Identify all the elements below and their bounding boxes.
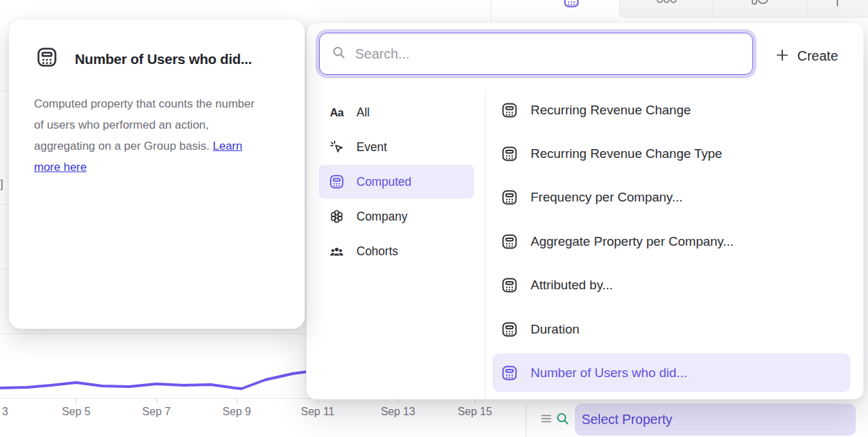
company-icon <box>329 208 345 225</box>
dots-icon <box>656 0 677 9</box>
event-icon <box>329 139 345 155</box>
category-label: Cohorts <box>356 244 398 259</box>
report-type-tabstrip <box>490 0 868 20</box>
result-row[interactable]: Duration <box>493 310 850 349</box>
background-row-divider <box>0 334 307 334</box>
axis-tick-label: Sep 11 <box>301 406 335 418</box>
tab-inactive[interactable] <box>620 0 713 17</box>
category-list: Aa All Event Computed Company Cohorts <box>319 95 474 269</box>
category-item-all[interactable]: Aa All <box>319 95 474 129</box>
panel-divider <box>485 91 486 400</box>
category-label: Company <box>356 210 407 224</box>
axis-tick-label: Sep 13 <box>381 406 416 418</box>
result-row[interactable]: Aggregate Property per Company... <box>493 222 850 261</box>
axis-tick-label: Sep 7 <box>142 406 171 418</box>
result-row[interactable]: Recurring Revenue Change <box>493 91 850 129</box>
result-label: Attributed by... <box>531 278 613 293</box>
grid-icon <box>563 0 580 9</box>
property-search-icon <box>555 411 570 429</box>
cohorts-icon <box>329 243 345 259</box>
aa-icon: Aa <box>329 104 345 120</box>
retention-icon <box>751 0 769 9</box>
axis-tick-label: Sep 3 <box>0 406 8 418</box>
calculator-icon <box>501 233 518 250</box>
tab-active[interactable] <box>523 0 619 20</box>
calculator-icon <box>501 276 518 294</box>
search-icon <box>331 45 346 63</box>
category-item-company[interactable]: Company <box>319 199 474 233</box>
hamburger-icon[interactable] <box>541 414 552 426</box>
search-box[interactable] <box>319 33 753 75</box>
result-label: Duration <box>531 322 580 337</box>
tooltip-description: Computed property that counts the number… <box>34 93 260 178</box>
calculator-icon <box>501 145 518 163</box>
category-item-cohorts[interactable]: Cohorts <box>319 234 474 268</box>
axis-tick-label: Sep 15 <box>458 406 493 418</box>
category-item-computed[interactable]: Computed <box>319 165 474 199</box>
calculator-icon <box>35 46 59 69</box>
calculator-icon <box>329 174 345 190</box>
category-label: All <box>356 106 369 120</box>
create-button-label: Create <box>797 48 838 64</box>
clipped-background-text: ] <box>0 178 3 191</box>
result-label: Recurring Revenue Change <box>531 103 691 118</box>
axis-tick <box>237 398 237 403</box>
bottom-bar-divider <box>526 403 527 437</box>
line-chart <box>0 366 317 400</box>
flag-icon <box>834 0 841 9</box>
tab-group-inactive <box>619 0 868 18</box>
select-property-field[interactable]: Select Property <box>575 404 856 436</box>
search-input[interactable] <box>355 46 752 62</box>
property-picker-panel: Create Aa All Event Computed Company Coh… <box>306 22 864 400</box>
result-row[interactable]: Frequency per Company... <box>493 178 850 217</box>
axis-tick <box>156 398 157 403</box>
calculator-icon <box>501 321 518 338</box>
plus-icon <box>775 48 790 65</box>
calculator-icon <box>501 101 518 119</box>
select-property-label: Select Property <box>575 412 672 427</box>
tab-inactive[interactable] <box>713 0 806 17</box>
result-row[interactable]: Recurring Revenue Change Type <box>493 134 850 173</box>
result-label: Aggregate Property per Company... <box>531 234 734 249</box>
category-label: Event <box>356 140 387 155</box>
result-label: Frequency per Company... <box>531 190 683 205</box>
calculator-icon <box>501 364 518 382</box>
tab-inactive[interactable] <box>806 0 868 17</box>
calculator-icon <box>501 189 518 206</box>
result-label: Recurring Revenue Change Type <box>531 146 722 161</box>
category-item-event[interactable]: Event <box>319 130 474 164</box>
category-label: Computed <box>356 175 412 189</box>
result-row[interactable]: Attributed by... <box>493 266 850 305</box>
axis-tick-label: Sep 5 <box>62 406 90 418</box>
result-label: Number of Users who did... <box>531 366 687 381</box>
tooltip-title: Number of Users who did... <box>75 51 252 67</box>
axis-tick <box>76 398 77 403</box>
tabstrip-border <box>490 0 491 20</box>
property-tooltip-card: Number of Users who did... Computed prop… <box>9 20 305 329</box>
result-row[interactable]: Number of Users who did... <box>493 353 850 392</box>
app-root: ] Sep 3Sep 5Sep 7Sep 9Sep 11Sep 13Sep 15… <box>0 0 868 437</box>
axis-tick-label: Sep 9 <box>222 406 251 418</box>
create-button[interactable]: Create <box>775 44 838 68</box>
results-list: Recurring Revenue Change Recurring Reven… <box>493 91 850 400</box>
